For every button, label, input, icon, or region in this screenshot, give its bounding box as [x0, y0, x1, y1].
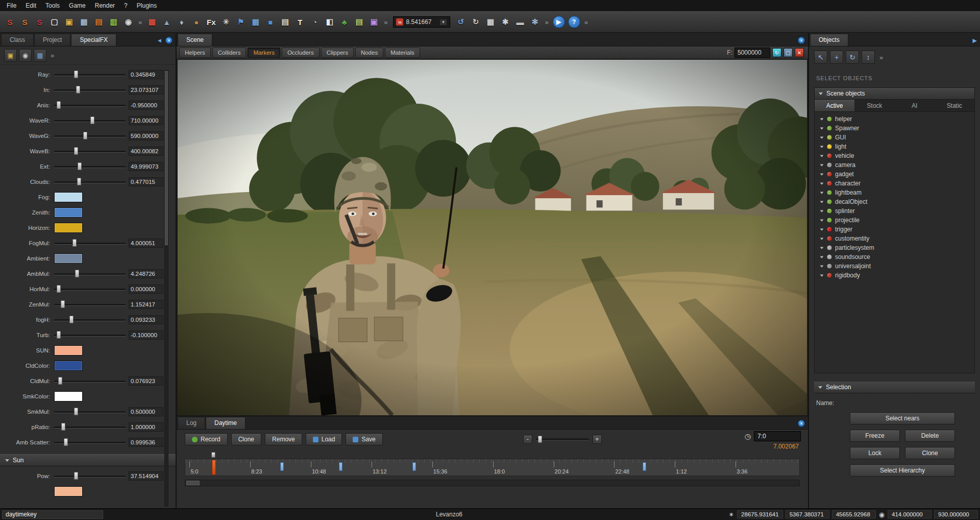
menu-item-0[interactable]: File: [2, 1, 21, 11]
param-value[interactable]: 4.248726: [129, 269, 163, 278]
param-slider[interactable]: [54, 471, 126, 481]
param-value[interactable]: 0.477015: [129, 177, 163, 186]
clone-button[interactable]: Clone: [231, 433, 261, 445]
subtab-occluders[interactable]: Occluders: [282, 48, 320, 58]
object-type-camera[interactable]: camera: [815, 160, 974, 170]
layout-icon[interactable]: ▦: [249, 15, 262, 29]
toolbar-overflow-chevron[interactable]: »: [543, 18, 550, 26]
planet-icon[interactable]: ●: [189, 15, 203, 29]
daytime-key-marker[interactable]: [339, 462, 342, 471]
coord-x-field[interactable]: 28675.931641: [737, 510, 783, 518]
slider-thumb[interactable]: [61, 300, 65, 308]
param-value[interactable]: 37.514904: [129, 471, 163, 481]
collapse-arrow-icon[interactable]: [820, 238, 824, 240]
grid-icon[interactable]: ▦: [483, 15, 497, 29]
screen-capture-icon[interactable]: ▢: [783, 48, 793, 57]
section-header-sun[interactable]: Sun: [0, 454, 176, 466]
collapse-arrow-icon[interactable]: [820, 155, 824, 157]
plant-icon[interactable]: ♣: [337, 15, 351, 29]
palette-icon[interactable]: ▣: [4, 49, 17, 62]
param-value[interactable]: 0.093233: [129, 315, 163, 324]
toolbar-overflow-chevron[interactable]: »: [48, 52, 56, 59]
freeze-button[interactable]: Freeze: [850, 430, 900, 442]
param-value[interactable]: 49.999073: [129, 162, 163, 171]
keyboard-icon[interactable]: ▬: [513, 15, 527, 29]
compass-icon[interactable]: ◔: [308, 15, 322, 29]
fx-icon[interactable]: Fx: [204, 15, 218, 29]
object-type-lightbeam[interactable]: lightbeam: [815, 188, 974, 197]
refresh-view-icon[interactable]: ↻: [772, 48, 781, 57]
param-slider[interactable]: [54, 376, 126, 386]
pin-scene-icon[interactable]: ✕: [798, 37, 805, 44]
tab-project[interactable]: Project: [34, 34, 70, 46]
collapse-arrow-icon[interactable]: [820, 164, 824, 166]
remove-button[interactable]: Remove: [265, 433, 302, 445]
daytime-key-marker[interactable]: [280, 462, 284, 471]
param-slider[interactable]: [54, 131, 126, 140]
save-file-icon[interactable]: ▦: [77, 15, 91, 29]
slider-thumb[interactable]: [74, 70, 78, 78]
object-type-universaljoint[interactable]: universaljoint: [815, 262, 974, 271]
scrollbar-thumb[interactable]: [165, 71, 168, 245]
heading-field[interactable]: 414.000000: [888, 510, 932, 518]
frame-field[interactable]: 5000000: [734, 48, 770, 58]
toolbar-overflow-chevron[interactable]: »: [382, 18, 389, 26]
collapse-arrow-icon[interactable]: [820, 228, 824, 230]
param-slider[interactable]: [54, 85, 126, 94]
help-button[interactable]: ?: [568, 16, 580, 28]
flag-icon[interactable]: ⚑: [234, 15, 248, 29]
slider-thumb[interactable]: [77, 178, 81, 185]
slider-thumb[interactable]: [75, 270, 79, 277]
color-swatch[interactable]: [54, 253, 83, 264]
param-value[interactable]: -0.100000: [129, 330, 163, 340]
subtab-helpers[interactable]: Helpers: [179, 48, 211, 58]
daytime-zoom-slider[interactable]: [536, 435, 589, 443]
param-value[interactable]: 400.00082: [129, 147, 163, 156]
key-name-input[interactable]: daytimekey: [2, 510, 103, 519]
tab-objects[interactable]: Objects: [810, 34, 848, 46]
param-value[interactable]: -0.950000: [129, 101, 163, 110]
param-slider[interactable]: [54, 330, 126, 340]
collapse-arrow-icon[interactable]: [820, 274, 824, 276]
slider-thumb[interactable]: [57, 331, 61, 339]
collapse-arrow-icon[interactable]: [820, 201, 824, 203]
param-value[interactable]: 23.073107: [129, 85, 163, 94]
expand-right-icon[interactable]: ▶: [973, 37, 977, 44]
collapse-arrow-icon[interactable]: [820, 256, 824, 258]
menu-item-1[interactable]: Edit: [21, 1, 41, 11]
purple-window-icon[interactable]: ▣: [367, 15, 381, 29]
object-type-spawner[interactable]: Spawner: [815, 124, 974, 133]
toolbar-overflow-chevron[interactable]: »: [136, 18, 144, 26]
param-value[interactable]: 4.000051: [129, 239, 163, 248]
object-type-character[interactable]: character: [815, 179, 974, 188]
altitude-field[interactable]: 930.000000: [934, 510, 978, 518]
collapse-arrow-icon[interactable]: [820, 210, 824, 212]
collapse-left-icon[interactable]: ◄: [157, 37, 162, 43]
app-icon-red-1[interactable]: S: [3, 15, 17, 29]
tab-class[interactable]: Class: [1, 34, 34, 46]
param-value[interactable]: 1.152417: [129, 300, 163, 309]
record-button[interactable]: Record: [185, 433, 228, 445]
clone-selection-button[interactable]: Clone: [905, 447, 955, 459]
world-icon[interactable]: ▦: [34, 49, 46, 62]
param-value[interactable]: 0.500000: [129, 407, 163, 416]
slider-thumb[interactable]: [78, 162, 82, 170]
slider-thumb[interactable]: [57, 285, 61, 293]
object-type-splinter[interactable]: splinter: [815, 206, 974, 216]
daytime-key-marker[interactable]: [643, 462, 646, 471]
object-type-helper[interactable]: helper: [815, 114, 974, 124]
param-slider[interactable]: [54, 101, 126, 110]
toolbar-overflow-chevron[interactable]: »: [582, 18, 590, 26]
zoom-in-button[interactable]: +: [593, 435, 602, 444]
color-swatch[interactable]: [54, 486, 83, 497]
scene-objects-header[interactable]: Scene objects: [815, 88, 974, 100]
color-swatch[interactable]: [54, 345, 83, 356]
objects-tab-static[interactable]: Static: [935, 100, 974, 111]
open-file-icon[interactable]: ▣: [62, 15, 76, 29]
object-type-projectile[interactable]: projectile: [815, 216, 974, 225]
viewport-3d-scene[interactable]: [178, 60, 807, 415]
tab-log[interactable]: Log: [178, 417, 205, 429]
save-button[interactable]: Save: [346, 433, 382, 445]
object-type-soundsource[interactable]: soundsource: [815, 252, 974, 262]
slider-thumb[interactable]: [74, 147, 78, 155]
